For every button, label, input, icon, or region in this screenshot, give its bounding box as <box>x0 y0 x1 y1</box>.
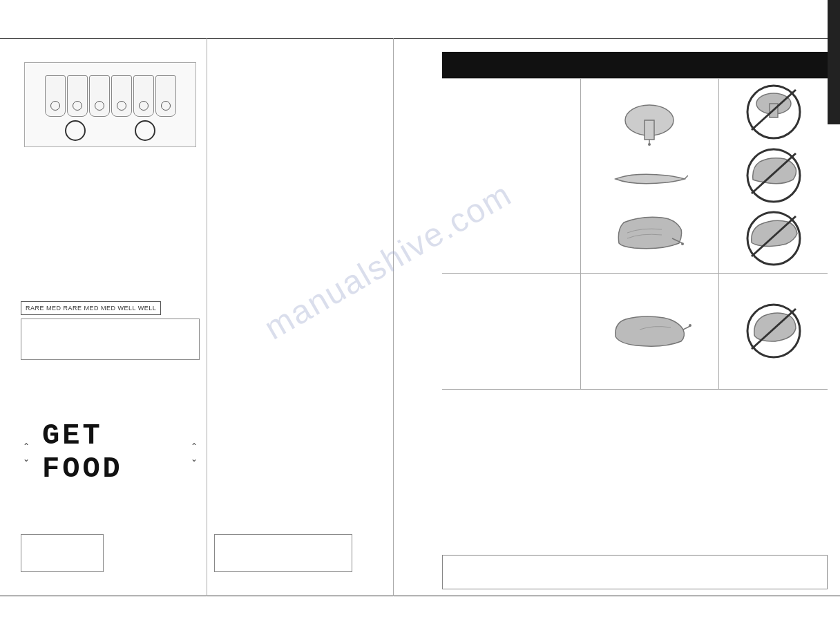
table-col-ok-bottom <box>581 274 718 389</box>
down-arrow-right[interactable]: ⌄ <box>189 454 200 464</box>
circle-indicator-left <box>65 120 86 141</box>
no-fish <box>745 209 803 268</box>
table-mid-divider <box>718 78 719 389</box>
teeth-row <box>30 75 190 117</box>
tooth-4 <box>111 75 132 117</box>
no-mushroom-svg <box>745 83 803 142</box>
tooth-3 <box>89 75 110 117</box>
left-panel: RARE MED RARE MED MED WELL WELL ⌃ ⌄ GET … <box>14 38 207 596</box>
table-col-no-top <box>720 78 828 273</box>
mushroom-svg <box>624 101 676 146</box>
tooth-2 <box>67 75 88 117</box>
doneness-scale: RARE MED RARE MED MED WELL WELL <box>21 301 161 315</box>
down-arrow-left[interactable]: ⌄ <box>21 454 32 464</box>
circle-indicator-right <box>135 120 155 141</box>
get-food-text: GET FOOD <box>42 419 178 486</box>
doneness-bar: RARE MED RARE MED MED WELL WELL <box>21 301 200 360</box>
fish-fillet-svg <box>612 169 688 189</box>
svg-point-6 <box>681 243 684 245</box>
doneness-text-box <box>21 319 200 360</box>
up-arrow-left[interactable]: ⌃ <box>21 442 32 451</box>
table-col-ok-top <box>581 78 718 273</box>
middle-panel <box>207 38 394 596</box>
no-fish-svg <box>745 209 803 268</box>
get-food-display: ⌃ ⌄ GET FOOD ⌃ ⌄ <box>21 421 200 484</box>
table-col-desc <box>442 78 580 389</box>
fish-fillet-ok <box>612 169 688 189</box>
bottom-box-middle <box>214 534 352 572</box>
no-meat-roll-svg <box>745 146 803 205</box>
meat-svg <box>613 212 686 250</box>
svg-point-3 <box>648 143 651 146</box>
tooth-6 <box>155 75 176 117</box>
mushroom-ok <box>624 101 676 146</box>
bottom-box-left <box>21 534 104 572</box>
tooth-5 <box>133 75 154 117</box>
table-col-no-bottom <box>720 274 828 389</box>
black-header-bar <box>442 52 828 78</box>
svg-line-7 <box>683 326 690 330</box>
svg-point-8 <box>689 324 691 327</box>
svg-line-4 <box>685 175 688 179</box>
no-meat-roll <box>745 146 803 205</box>
no-chicken-svg <box>745 302 803 361</box>
right-arrow-col[interactable]: ⌃ ⌄ <box>189 442 200 464</box>
bottom-info-box <box>442 555 828 589</box>
no-mushroom <box>745 83 803 142</box>
no-chicken <box>745 302 803 361</box>
svg-rect-1 <box>645 120 654 140</box>
left-arrow-col[interactable]: ⌃ ⌄ <box>21 442 32 464</box>
meat-roast-ok <box>613 212 686 250</box>
table-bottom-border <box>442 389 828 390</box>
tooth-1 <box>45 75 66 117</box>
right-top-line <box>428 38 828 39</box>
teeth-circles <box>30 120 190 141</box>
up-arrow-right[interactable]: ⌃ <box>189 442 200 451</box>
teeth-illustration <box>21 52 200 135</box>
chicken-svg <box>609 312 691 350</box>
right-panel <box>428 0 840 617</box>
